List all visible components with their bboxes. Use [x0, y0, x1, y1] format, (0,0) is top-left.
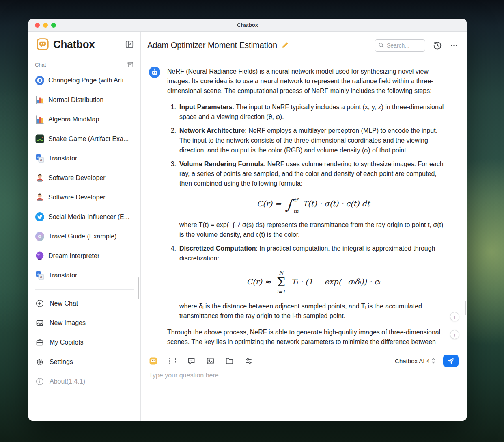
message-content: NeRF (Neural Radiance Fields) is a neura… [167, 67, 459, 347]
chatbox-window: Chatbox Chatbox Chat [28, 19, 467, 421]
bar-chart-icon [35, 95, 45, 105]
where-paragraph-2: where δᵢ is the distance between adjacen… [179, 301, 447, 321]
sidebar-item-my-copilots[interactable]: My Copilots [28, 333, 140, 352]
where-paragraph-1: where T(t) = exp(−∫ₜₙᵗ σ(s) ds) represen… [179, 220, 447, 240]
chat-list-item[interactable]: Aa Translator [28, 149, 140, 168]
settings-sliders-icon[interactable] [244, 357, 253, 365]
chat-list-item[interactable]: Travel Guide (Example) [28, 227, 140, 246]
chat-list-item[interactable]: Software Developer [28, 168, 140, 188]
chat-item-label: Changelog Page (with Arti... [48, 77, 129, 84]
nav-item-label: About(1.4.1) [50, 378, 85, 385]
model-selector[interactable]: Chatbox AI 4 [395, 357, 436, 364]
sidebar-item-settings[interactable]: Settings [28, 352, 140, 372]
chat-list-item[interactable]: Aa Translator [28, 266, 140, 285]
chat-item-label: Translator [48, 155, 77, 162]
attach-image-icon[interactable] [206, 357, 215, 365]
search-icon [378, 42, 384, 48]
chat-item-label: Snake Game (Artifact Exa... [48, 135, 129, 143]
chat-list-item[interactable]: Software Developer [28, 188, 140, 207]
main-panel: Adam Optimizer Moment Estimation [141, 32, 467, 421]
search-input[interactable] [387, 42, 422, 49]
scroll-to-bottom-button[interactable]: ↓ [450, 330, 459, 339]
chat-item-label: Dream Interpreter [48, 252, 99, 260]
crystal-ball-icon [35, 251, 45, 261]
nav-item-label: New Chat [50, 300, 78, 307]
quote-chat-icon[interactable] [187, 357, 196, 365]
chatbox-mini-icon[interactable] [149, 357, 157, 365]
cd-globe-icon [35, 232, 45, 241]
main-scrollbar-thumb[interactable] [465, 301, 466, 315]
message-input[interactable] [149, 372, 459, 400]
volume-rendering-formula: C(r) =∫tftnT(t) · σ(t) · c(t) dt [179, 196, 447, 213]
list-item-3: 3. Volume Rendering Formula: NeRF uses v… [167, 159, 447, 240]
chat-section-header: Chat [28, 61, 140, 68]
model-name: Chatbox AI 4 [395, 358, 430, 364]
twitter-bird-icon [35, 212, 45, 222]
intro-paragraph: NeRF (Neural Radiance Fields) is a neura… [167, 67, 447, 96]
collapse-sidebar-icon[interactable] [125, 40, 134, 49]
chat-item-label: Normal Distribution [48, 96, 103, 104]
send-button[interactable] [443, 355, 459, 367]
image-plus-icon [36, 319, 44, 327]
minimize-window-button[interactable] [43, 23, 48, 28]
list-item-2: 2. Network Architecture: NeRF employs a … [167, 126, 447, 155]
chatbox-logo-icon [37, 38, 49, 50]
list-item-title: Input Parameters [179, 104, 233, 110]
list-item-title: Network Architecture [179, 127, 245, 134]
sidebar-divider [35, 289, 134, 290]
edit-title-icon[interactable] [281, 41, 289, 49]
snake-icon [35, 134, 45, 144]
chat-list-item[interactable]: Changelog Page (with Arti... [28, 71, 140, 90]
attach-file-folder-icon[interactable] [225, 357, 234, 365]
sidebar-item-about[interactable]: About(1.4.1) [28, 372, 140, 391]
scroll-to-top-button[interactable]: ↑ [450, 312, 459, 321]
chat-list: Changelog Page (with Arti... Normal Dist… [28, 71, 140, 285]
list-number: 1. [167, 102, 179, 122]
chat-item-label: Algebra MindMap [48, 116, 99, 123]
arrow-down-icon: ↓ [453, 332, 456, 338]
info-circle-icon [36, 377, 44, 386]
gear-icon [36, 358, 44, 366]
close-window-button[interactable] [35, 23, 40, 28]
nav-item-label: Settings [50, 358, 73, 366]
screenshot-select-icon[interactable] [168, 357, 177, 365]
list-item-1: 1. Input Parameters: The input to NeRF t… [167, 102, 447, 122]
traffic-lights [35, 19, 56, 31]
arrow-up-icon: ↑ [453, 314, 456, 320]
conversation-header: Adam Optimizer Moment Estimation [141, 32, 467, 59]
chat-list-item[interactable]: Algebra MindMap [28, 110, 140, 129]
sidebar-item-new-chat[interactable]: New Chat [28, 294, 140, 313]
chat-list-item[interactable]: Dream Interpreter [28, 246, 140, 266]
chat-list-item[interactable]: Normal Distribution [28, 90, 140, 110]
zoom-window-button[interactable] [51, 23, 56, 28]
paper-plane-icon [447, 357, 454, 364]
translator-icon: Aa [35, 154, 45, 163]
archive-icon[interactable] [127, 61, 134, 68]
bar-chart-icon [35, 115, 45, 124]
window-titlebar: Chatbox [28, 19, 467, 32]
composer: Chatbox AI 4 [141, 350, 467, 421]
sidebar: Chatbox Chat Changelog Page (with Arti..… [28, 32, 141, 421]
assistant-message: NeRF (Neural Radiance Fields) is a neura… [149, 67, 459, 347]
sidebar-scrollbar-thumb[interactable] [138, 277, 139, 299]
sidebar-item-new-images[interactable]: New Images [28, 313, 140, 333]
chat-list-item[interactable]: Snake Game (Artifact Exa... [28, 129, 140, 149]
chat-list-item[interactable]: Social Media Influencer (E... [28, 207, 140, 227]
developer-icon [35, 173, 45, 183]
composer-toolbar: Chatbox AI 4 [149, 355, 459, 366]
list-item-4: 4. Discretized Computation: In practical… [167, 244, 447, 321]
chat-item-label: Translator [48, 272, 77, 279]
sidebar-logo-row: Chatbox [28, 32, 140, 50]
history-icon[interactable] [433, 41, 442, 50]
developer-icon [35, 193, 45, 202]
closing-paragraph: Through the above process, NeRF is able … [167, 327, 447, 347]
discretized-formula: C(r) ≈NΣi=1Tᵢ · (1 − exp(−σᵢδᵢ)) · cᵢ [179, 271, 447, 294]
list-item-title: Discretized Computation [179, 245, 256, 252]
sidebar-bottom-nav: New Chat New Images My Copilots [28, 294, 140, 391]
search-box[interactable] [375, 39, 425, 52]
more-options-icon[interactable] [450, 41, 459, 50]
svg-text:a: a [40, 158, 43, 162]
briefcase-icon [36, 338, 44, 347]
nav-item-label: My Copilots [50, 339, 84, 346]
list-item-title: Volume Rendering Formula [179, 160, 264, 167]
